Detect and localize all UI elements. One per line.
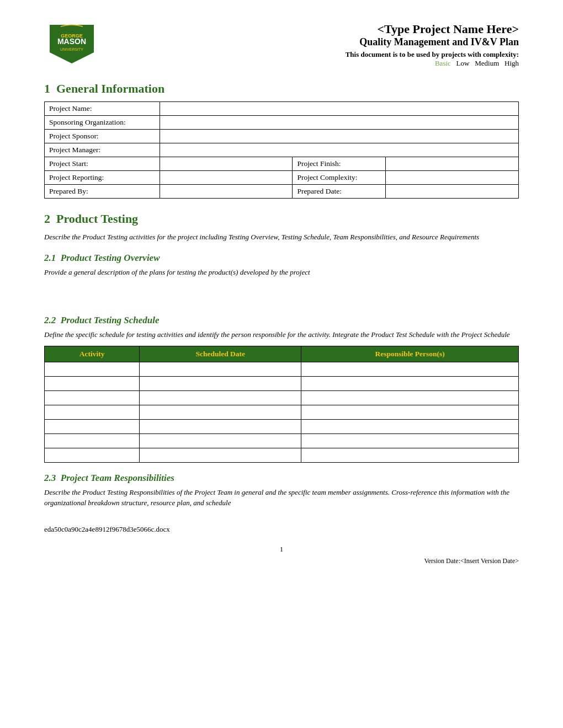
document-header: GEORGE MASON UNIVERSITY <Type Project Na… xyxy=(44,22,519,68)
version-value: <Insert Version Date> xyxy=(460,557,519,565)
section22-heading: 2.2 Product Testing Schedule xyxy=(44,315,519,326)
schedule-row-2 xyxy=(45,376,519,390)
svg-text:UNIVERSITY: UNIVERSITY xyxy=(60,47,83,51)
schedule-cell[interactable] xyxy=(45,405,140,419)
value-project-start[interactable] xyxy=(160,157,293,171)
table-row: Project Start: Project Finish: xyxy=(45,157,519,171)
section21-content-space xyxy=(44,283,519,305)
label-project-name: Project Name: xyxy=(45,102,160,116)
label-project-sponsor: Project Sponsor: xyxy=(45,130,160,143)
schedule-cell[interactable] xyxy=(45,376,140,390)
schedule-cell[interactable] xyxy=(301,419,519,433)
schedule-row-4 xyxy=(45,405,519,419)
complexity-options: Basic Low Medium High xyxy=(110,59,519,68)
title-area: <Type Project Name Here> Quality Managem… xyxy=(110,22,519,68)
schedule-cell[interactable] xyxy=(45,390,140,405)
logo-area: GEORGE MASON UNIVERSITY xyxy=(44,22,110,68)
schedule-cell[interactable] xyxy=(45,419,140,433)
label-project-manager: Project Manager: xyxy=(45,143,160,157)
schedule-cell[interactable] xyxy=(301,362,519,376)
schedule-cell[interactable] xyxy=(45,448,140,462)
table-row: Project Manager: xyxy=(45,143,519,157)
table-row: Prepared By: Prepared Date: xyxy=(45,185,519,199)
schedule-cell[interactable] xyxy=(140,448,301,462)
schedule-cell[interactable] xyxy=(140,362,301,376)
version-date-label: Version Date:<Insert Version Date> xyxy=(44,557,519,565)
schedule-cell[interactable] xyxy=(140,390,301,405)
value-project-reporting[interactable] xyxy=(160,171,293,185)
complexity-label: This document is to be used by projects … xyxy=(110,50,519,59)
section1-heading: 1 General Information xyxy=(44,82,519,96)
schedule-cell[interactable] xyxy=(301,390,519,405)
svg-text:MASON: MASON xyxy=(57,37,86,46)
label-project-reporting: Project Reporting: xyxy=(45,171,160,185)
value-project-finish[interactable] xyxy=(386,157,519,171)
schedule-cell[interactable] xyxy=(301,448,519,462)
table-row: Project Sponsor: xyxy=(45,130,519,143)
section2-description: Describe the Product Testing activities … xyxy=(44,232,519,243)
schedule-row-7 xyxy=(45,448,519,462)
page-number: 1 xyxy=(44,545,519,554)
section22-description: Define the specific schedule for testing… xyxy=(44,329,519,340)
value-project-manager[interactable] xyxy=(160,143,518,157)
section23-description: Describe the Product Testing Responsibil… xyxy=(44,487,519,508)
schedule-cell[interactable] xyxy=(140,376,301,390)
label-prepared-date: Prepared Date: xyxy=(293,185,386,199)
complexity-high: High xyxy=(504,59,519,67)
col-scheduled-date: Scheduled Date xyxy=(140,346,301,362)
value-prepared-date[interactable] xyxy=(386,185,519,199)
schedule-cell[interactable] xyxy=(45,362,140,376)
label-prepared-by: Prepared By: xyxy=(45,185,160,199)
section2: 2 Product Testing Describe the Product T… xyxy=(44,212,519,508)
document-subtitle: Quality Management and IV&V Plan xyxy=(110,36,519,48)
doc-id: eda50c0a90c2a4e8912f9678d3e5066c.docx xyxy=(44,525,519,534)
section1: 1 General Information Project Name: Spon… xyxy=(44,82,519,199)
schedule-cell[interactable] xyxy=(140,419,301,433)
schedule-table-header-row: Activity Scheduled Date Responsible Pers… xyxy=(45,346,519,362)
value-project-sponsor[interactable] xyxy=(160,130,518,143)
general-info-table: Project Name: Sponsoring Organization: P… xyxy=(44,101,519,199)
table-row: Project Reporting: Project Complexity: xyxy=(45,171,519,185)
section23-heading: 2.3 Project Team Responsibilities xyxy=(44,473,519,484)
schedule-row-5 xyxy=(45,419,519,433)
document-title: <Type Project Name Here> xyxy=(110,22,519,36)
schedule-cell[interactable] xyxy=(301,405,519,419)
table-row: Sponsoring Organization: xyxy=(45,116,519,130)
gmu-logo: GEORGE MASON UNIVERSITY xyxy=(44,22,99,66)
section2-heading: 2 Product Testing xyxy=(44,212,519,226)
section21-description: Provide a general description of the pla… xyxy=(44,267,519,278)
col-activity: Activity xyxy=(45,346,140,362)
col-responsible-person: Responsible Person(s) xyxy=(301,346,519,362)
schedule-row-3 xyxy=(45,390,519,405)
schedule-row-1 xyxy=(45,362,519,376)
schedule-cell[interactable] xyxy=(301,376,519,390)
complexity-low: Low xyxy=(456,59,470,67)
schedule-cell[interactable] xyxy=(140,405,301,419)
schedule-cell[interactable] xyxy=(45,433,140,448)
version-label: Version Date: xyxy=(424,557,460,565)
value-project-complexity[interactable] xyxy=(386,171,519,185)
label-project-finish: Project Finish: xyxy=(293,157,386,171)
complexity-basic: Basic xyxy=(435,59,451,67)
footer-area: eda50c0a90c2a4e8912f9678d3e5066c.docx 1 … xyxy=(44,525,519,565)
label-project-start: Project Start: xyxy=(45,157,160,171)
value-prepared-by[interactable] xyxy=(160,185,293,199)
value-project-name[interactable] xyxy=(160,102,518,116)
section21-heading: 2.1 Product Testing Overview xyxy=(44,253,519,264)
value-sponsoring-org[interactable] xyxy=(160,116,518,130)
schedule-cell[interactable] xyxy=(301,433,519,448)
schedule-table: Activity Scheduled Date Responsible Pers… xyxy=(44,346,519,463)
label-sponsoring-org: Sponsoring Organization: xyxy=(45,116,160,130)
schedule-row-6 xyxy=(45,433,519,448)
complexity-medium: Medium xyxy=(475,59,499,67)
table-row: Project Name: xyxy=(45,102,519,116)
schedule-cell[interactable] xyxy=(140,433,301,448)
label-project-complexity: Project Complexity: xyxy=(293,171,386,185)
